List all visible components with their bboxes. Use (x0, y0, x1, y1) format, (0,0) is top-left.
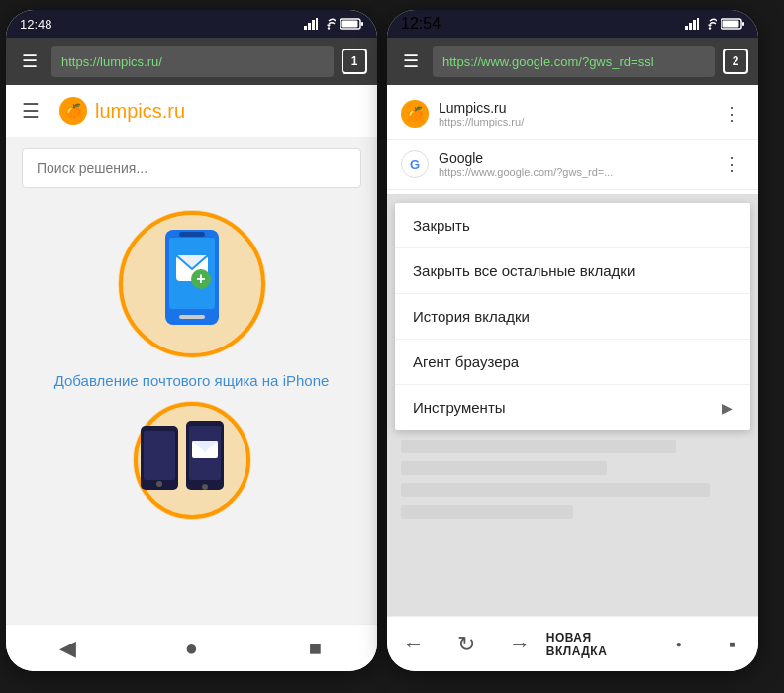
tab-info-google: Google https://www.google.com/?gws_rd=..… (439, 150, 709, 178)
svg-rect-10 (179, 315, 205, 319)
menu-item-close-label: Закрыть (413, 217, 470, 234)
site-hamburger[interactable]: ☰ (22, 99, 40, 123)
article-image-2 (133, 411, 251, 510)
site-favicon: 🍊 (59, 97, 87, 125)
menu-item-history[interactable]: История вкладки (395, 294, 750, 340)
address-bar-1[interactable]: https://lumpics.ru/ (51, 46, 334, 77)
svg-rect-0 (304, 26, 307, 30)
phone-screen-2: 12:54 (387, 10, 758, 671)
menu-item-close-all-label: Закрыть все остальные вкладки (413, 262, 635, 279)
status-time-1: 12:48 (20, 17, 52, 32)
tab-url-lumpics: https://lumpics.ru/ (439, 116, 709, 128)
menu-item-close-all[interactable]: Закрыть все остальные вкладки (395, 248, 750, 294)
context-menu: Закрыть Закрыть все остальные вкладки Ис… (395, 203, 750, 430)
browser-chrome-2: ☰ https://www.google.com/?gws_rd=ssl 2 (387, 38, 758, 85)
svg-rect-7 (361, 22, 363, 26)
google-favicon: G (401, 150, 429, 178)
back-button-2[interactable]: ← (387, 617, 441, 672)
svg-rect-24 (685, 26, 688, 30)
tab-title-google: Google (439, 150, 709, 166)
back-button-1[interactable]: ◀ (44, 631, 93, 666)
menu-item-history-label: История вкладки (413, 308, 530, 325)
svg-rect-25 (689, 23, 692, 30)
article-card-1: + Добавление почтового ящика на iPhone (35, 200, 349, 401)
tab-title-lumpics: Lumpics.ru (439, 100, 709, 116)
menu-item-agent-label: Агент браузера (413, 353, 519, 370)
battery-icon-2 (721, 18, 744, 30)
svg-point-21 (202, 484, 208, 490)
page-content-2: 🍊 Lumpics.ru https://lumpics.ru/ ⋮ G Goo… (387, 85, 758, 616)
url-text-1: https://lumpics.ru/ (61, 54, 162, 69)
status-bar-2: 12:54 (387, 10, 758, 38)
svg-rect-2 (312, 20, 315, 30)
refresh-button[interactable]: ↻ (441, 617, 494, 672)
signal-icon (304, 18, 318, 30)
address-bar-2[interactable]: https://www.google.com/?gws_rd=ssl (433, 46, 715, 77)
article-card-2 (113, 401, 271, 510)
article-image-1: + (118, 210, 266, 358)
svg-rect-1 (308, 23, 311, 30)
svg-rect-6 (342, 21, 358, 28)
hamburger-button-2[interactable]: ☰ (397, 50, 425, 72)
status-bar-1: 12:48 (6, 10, 377, 38)
phones-illustration (133, 411, 232, 500)
site-logo: 🍊 lumpics.ru (59, 97, 185, 125)
chevron-right-icon: ▶ (722, 400, 733, 416)
battery-icon (340, 18, 363, 30)
tab-more-lumpics[interactable]: ⋮ (719, 99, 744, 129)
svg-point-18 (156, 481, 162, 487)
home-button-2[interactable]: ● (652, 617, 706, 672)
signal-icon-2 (685, 18, 699, 30)
recents-button-1[interactable]: ■ (291, 631, 341, 666)
svg-rect-30 (723, 21, 739, 28)
tab-count-2[interactable]: 2 (723, 49, 748, 74)
home-button-1[interactable]: ● (167, 631, 217, 666)
tabs-panel: 🍊 Lumpics.ru https://lumpics.ru/ ⋮ G Goo… (387, 85, 758, 195)
new-tab-button[interactable]: НОВАЯ ВКЛАДКА (546, 617, 652, 672)
site-header: ☰ 🍊 lumpics.ru (6, 85, 377, 137)
search-input[interactable] (37, 160, 346, 176)
wifi-icon-2 (703, 18, 717, 30)
svg-point-28 (709, 27, 711, 29)
screens-container: 12:48 (6, 10, 778, 683)
svg-rect-17 (144, 431, 175, 480)
forward-button[interactable]: → (493, 617, 546, 672)
lumpics-favicon: 🍊 (401, 100, 429, 128)
wifi-icon (322, 18, 336, 30)
menu-item-tools-label: Инструменты (413, 399, 506, 416)
site-name: lumpics.ru (95, 100, 185, 123)
tab-url-google: https://www.google.com/?gws_rd=... (439, 166, 709, 178)
status-time-2: 12:54 (401, 15, 441, 33)
iphone-illustration: + (157, 228, 227, 346)
svg-rect-11 (179, 232, 205, 237)
tab-count-1[interactable]: 1 (342, 49, 367, 74)
nav-bar-2: ← ↻ → НОВАЯ ВКЛАДКА ● ■ (387, 616, 758, 671)
tab-more-google[interactable]: ⋮ (719, 149, 744, 179)
svg-point-4 (328, 27, 330, 29)
tab-item-lumpics[interactable]: 🍊 Lumpics.ru https://lumpics.ru/ ⋮ (387, 89, 758, 140)
menu-item-tools[interactable]: Инструменты ▶ (395, 385, 750, 430)
menu-item-agent[interactable]: Агент браузера (395, 340, 750, 385)
recents-button-2[interactable]: ■ (705, 617, 758, 672)
tab-info-lumpics: Lumpics.ru https://lumpics.ru/ (439, 100, 709, 128)
search-box[interactable] (22, 148, 361, 188)
svg-rect-27 (697, 18, 699, 30)
dimmed-background-content (387, 430, 758, 616)
svg-rect-3 (316, 18, 318, 30)
phone-screen-1: 12:48 (6, 10, 377, 671)
article-title-1[interactable]: Добавление почтового ящика на iPhone (54, 370, 330, 391)
browser-chrome-1: ☰ https://lumpics.ru/ 1 (6, 38, 377, 85)
page-content-1: ☰ 🍊 lumpics.ru (6, 85, 377, 624)
hamburger-button-1[interactable]: ☰ (16, 50, 44, 72)
svg-rect-26 (693, 20, 696, 30)
tab-item-google[interactable]: G Google https://www.google.com/?gws_rd=… (387, 140, 758, 190)
menu-item-close[interactable]: Закрыть (395, 203, 750, 248)
url-text-2: https://www.google.com/?gws_rd=ssl (442, 54, 654, 69)
svg-rect-31 (742, 22, 744, 26)
status-icons-2 (685, 18, 744, 30)
svg-text:+: + (196, 270, 205, 287)
status-icons-1 (304, 18, 363, 30)
nav-bar-1: ◀ ● ■ (6, 624, 377, 671)
